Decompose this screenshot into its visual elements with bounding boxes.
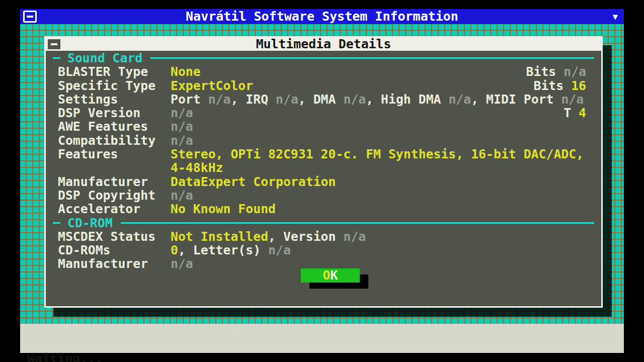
detail-row: 4-48kHz (58, 161, 586, 174)
detail-row: SettingsPort n/a, IRQ n/a, DMA n/a, High… (58, 93, 586, 106)
text-segment: n/a (343, 92, 366, 107)
row-value: ExpertColor (171, 79, 533, 93)
detail-row: BLASTER TypeNoneBits n/a (58, 65, 586, 78)
section-header: Sound Card (58, 51, 586, 65)
row-label: Features (58, 147, 171, 161)
row-label: BLASTER Type (58, 65, 171, 78)
text-segment: n/a (171, 119, 193, 134)
row-value: Port n/a, IRQ n/a, DMA n/a, High DMA n/a… (171, 93, 586, 106)
window-title: Navrátil Software System Information (186, 9, 458, 24)
text-segment: None (171, 64, 201, 79)
text-segment: ExpertColor (171, 78, 253, 93)
text-segment: , IRQ (230, 92, 276, 107)
detail-row: FeaturesStereo, OPTi 82C931 20-c. FM Syn… (58, 147, 586, 161)
text-segment: , DMA (298, 92, 344, 107)
row-value: DataExpert Corporation (171, 175, 586, 189)
row-label: MSCDEX Status (58, 230, 171, 243)
text-segment: , MIDI Port (471, 92, 561, 107)
row-label: Settings (58, 93, 171, 106)
row-label: Compatibility (58, 134, 171, 147)
dropdown-arrow-icon[interactable]: ▼ (613, 9, 618, 24)
row-label: Manufacturer (58, 175, 171, 189)
minimize-icon (51, 43, 57, 45)
text-segment: Bits (526, 64, 564, 79)
text-segment: 4-48kHz (171, 160, 223, 175)
desktop-background: Multimedia Details Sound CardBLASTER Typ… (20, 24, 624, 324)
detail-row: DSP Versionn/aT 4 (58, 106, 586, 120)
detail-row: CD-ROMs0, Letter(s) n/a (58, 243, 586, 257)
section-header: CD-ROM (58, 216, 586, 230)
text-segment: Not Installed (171, 229, 268, 244)
detail-row: DSP Copyrightn/a (58, 189, 586, 202)
row-label: AWE Features (58, 120, 171, 133)
text-segment: , High DMA (366, 92, 448, 107)
text-segment: , Version (268, 229, 343, 244)
dialog-title: Multimedia Details (256, 37, 391, 51)
detail-row: ManufacturerDataExpert Corporation (58, 175, 586, 189)
detail-row: Compatibilityn/a (58, 134, 586, 147)
row-label: Accelerator (58, 202, 171, 216)
window-system-menu-button[interactable] (23, 11, 37, 23)
status-bar: Waiting... Press Enter to return to main… (20, 324, 624, 353)
section-title: CD-ROM (67, 216, 113, 230)
row-label: Manufacturer (58, 257, 171, 270)
text-segment: n/a (276, 92, 298, 107)
text-segment: n/a (171, 106, 193, 120)
text-segment: n/a (564, 64, 586, 79)
row-label (58, 161, 171, 174)
text-segment: n/a (171, 188, 193, 203)
section-dash-icon (53, 57, 60, 59)
detail-row: AWE Featuresn/a (58, 120, 586, 133)
text-segment: 4 (579, 106, 586, 120)
text-segment: n/a (343, 229, 366, 244)
text-segment: n/a (448, 92, 471, 107)
row-label: CD-ROMs (58, 243, 171, 257)
row-right-value: Bits 16 (533, 79, 586, 93)
text-segment: n/a (208, 92, 231, 107)
detail-row: AcceleratorNo Known Found (58, 202, 586, 216)
text-segment: n/a (561, 92, 584, 107)
text-segment: Stereo, OPTi 82C931 20-c. FM Synthesis, … (171, 147, 584, 161)
text-segment: No Known Found (171, 202, 276, 216)
dialog-body: Sound CardBLASTER TypeNoneBits n/aSpecif… (46, 51, 601, 306)
dialog-titlebar: Multimedia Details (46, 38, 601, 51)
text-segment: , Letter(s) (178, 243, 268, 257)
section-rule-line (150, 57, 594, 59)
status-line-1: Waiting... (27, 352, 624, 362)
row-value: 4-48kHz (171, 161, 586, 174)
row-value: n/a (171, 120, 586, 133)
text-segment: Port (171, 92, 208, 107)
text-segment: K (331, 268, 338, 283)
text-segment: T (564, 106, 579, 120)
dialog-system-menu-button[interactable] (48, 39, 60, 49)
row-value: None (171, 65, 526, 78)
row-right-value: Bits n/a (526, 65, 586, 78)
text-segment: O (323, 268, 331, 283)
row-label: DSP Version (58, 106, 171, 120)
row-value: n/a (171, 106, 564, 120)
detail-row: MSCDEX StatusNot Installed, Version n/a (58, 230, 586, 243)
row-value: 0, Letter(s) n/a (171, 243, 586, 257)
section-dash-icon (53, 222, 60, 224)
row-value: n/a (171, 257, 586, 270)
section-rule-line (121, 222, 594, 224)
row-label: DSP Copyright (58, 189, 171, 202)
window-titlebar: Navrátil Software System Information ▼ (20, 9, 624, 24)
text-segment: n/a (171, 256, 193, 271)
row-value: n/a (171, 189, 586, 202)
row-value: No Known Found (171, 202, 586, 216)
minimize-icon (27, 16, 33, 18)
section-title: Sound Card (67, 51, 142, 65)
row-value: Stereo, OPTi 82C931 20-c. FM Synthesis, … (171, 147, 586, 161)
row-label: Specific Type (58, 79, 171, 93)
text-segment: n/a (268, 243, 291, 257)
text-segment: 0 (171, 243, 178, 257)
detail-row: Specific TypeExpertColorBits 16 (58, 79, 586, 93)
ok-button[interactable]: OK (301, 268, 360, 283)
row-right-value: T 4 (564, 106, 586, 120)
text-segment: DataExpert Corporation (171, 174, 336, 189)
text-segment: Bits (533, 78, 571, 93)
text-segment: 16 (571, 78, 586, 93)
row-value: Not Installed, Version n/a (171, 230, 586, 243)
screen: Navrátil Software System Information ▼ M… (20, 9, 624, 353)
